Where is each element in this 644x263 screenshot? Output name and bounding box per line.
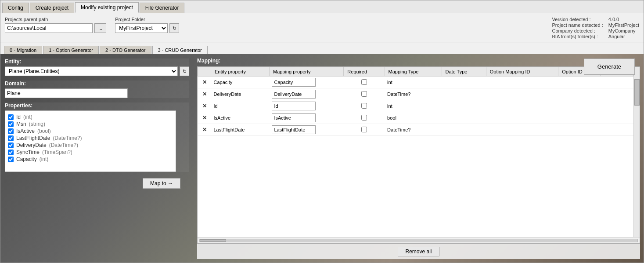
option-mapping-id-cell-4 bbox=[486, 124, 558, 136]
prop-name-0: Id bbox=[16, 114, 21, 120]
tab-config[interactable]: Config bbox=[2, 3, 29, 13]
table-row: ✕ Id int bbox=[198, 100, 633, 112]
mapping-property-cell-1 bbox=[269, 88, 343, 100]
property-item-1: Msn (string) bbox=[8, 121, 173, 128]
delete-cell-0: ✕ bbox=[198, 77, 211, 88]
mapping-property-input-4[interactable] bbox=[272, 125, 316, 134]
prop-checkbox-3[interactable] bbox=[8, 135, 14, 141]
projects-parent-path-input[interactable] bbox=[5, 23, 93, 33]
entity-property-value-2: Id bbox=[214, 103, 218, 109]
required-cell-4 bbox=[344, 124, 385, 136]
projects-parent-path-row: ... bbox=[5, 23, 106, 33]
inner-tab-bar: 0 - Migration 1 - Option Generator 2 - D… bbox=[0, 43, 644, 54]
required-cell-3 bbox=[344, 112, 385, 124]
entity-dropdown[interactable]: Plane (Plane.Entities) bbox=[5, 66, 178, 76]
browse-button[interactable]: ... bbox=[94, 23, 106, 33]
refresh-button[interactable]: ↻ bbox=[169, 23, 179, 33]
domain-input[interactable] bbox=[5, 88, 128, 98]
mapping-type-cell-1: DateTime? bbox=[385, 88, 442, 100]
delete-cell-4: ✕ bbox=[198, 124, 211, 136]
delete-button-2[interactable]: ✕ bbox=[201, 103, 209, 109]
inner-tab-migration[interactable]: 0 - Migration bbox=[4, 46, 42, 54]
table-area: Entity property Mapping property Require… bbox=[198, 67, 640, 237]
property-item-6: Capacity (int) bbox=[8, 156, 173, 163]
mapping-property-cell-0 bbox=[269, 77, 343, 88]
properties-label: Properties: bbox=[5, 102, 189, 109]
entity-row: Plane (Plane.Entities) ↻ bbox=[5, 66, 189, 76]
generate-button[interactable]: Generate bbox=[584, 58, 635, 75]
delete-cell-2: ✕ bbox=[198, 100, 211, 112]
inner-tab-option-gen[interactable]: 1 - Option Generator bbox=[43, 46, 99, 54]
prop-checkbox-4[interactable] bbox=[8, 142, 14, 148]
mapping-type-value-0: int bbox=[387, 80, 392, 85]
col-header-required: Required bbox=[344, 67, 385, 77]
date-type-cell-0 bbox=[442, 77, 486, 88]
prop-name-4: DeliveryDate bbox=[16, 142, 47, 148]
required-checkbox-4[interactable] bbox=[361, 127, 367, 132]
option-id-cell-3 bbox=[558, 112, 601, 124]
mapping-property-input-1[interactable] bbox=[272, 90, 316, 99]
date-type-cell-4 bbox=[442, 124, 486, 136]
prop-checkbox-5[interactable] bbox=[8, 150, 14, 155]
main-window: Config Create project Modify existing pr… bbox=[0, 0, 644, 263]
entity-refresh-button[interactable]: ↻ bbox=[180, 66, 189, 76]
table-row: ✕ IsActive bool bbox=[198, 112, 633, 124]
remove-all-button[interactable]: Remove all bbox=[398, 247, 439, 256]
mapping-type-cell-3: bool bbox=[385, 112, 442, 124]
option-cell-0 bbox=[601, 77, 633, 88]
prop-name-2: IsActive bbox=[16, 128, 35, 134]
map-btn-area: Map to → bbox=[5, 178, 189, 189]
mapping-property-cell-3 bbox=[269, 112, 343, 124]
tab-create-project[interactable]: Create project bbox=[30, 3, 74, 13]
tab-bar: Config Create project Modify existing pr… bbox=[0, 0, 644, 13]
delete-button-0[interactable]: ✕ bbox=[201, 79, 209, 85]
mapping-property-cell-4 bbox=[269, 124, 343, 136]
prop-checkbox-6[interactable] bbox=[8, 157, 14, 162]
scroll-thumb[interactable] bbox=[634, 79, 640, 106]
inner-tab-crud-gen[interactable]: 3 - CRUD Generator bbox=[152, 46, 208, 54]
entity-property-value-1: DeliveryDate bbox=[214, 91, 241, 97]
project-folder-group: Project Folder MyFirstProject ↻ bbox=[115, 17, 179, 33]
horizontal-scrollbar[interactable] bbox=[198, 237, 640, 243]
tab-modify-project[interactable]: Modify existing project bbox=[75, 2, 139, 13]
mapping-property-input-2[interactable] bbox=[272, 102, 316, 110]
option-mapping-id-cell-2 bbox=[486, 100, 558, 112]
required-checkbox-2[interactable] bbox=[361, 103, 367, 109]
domain-section: Domain: bbox=[5, 80, 189, 98]
mapping-property-input-0[interactable] bbox=[272, 78, 316, 87]
prop-type-2: (bool) bbox=[37, 128, 51, 134]
required-checkbox-3[interactable] bbox=[361, 115, 367, 121]
table-row: ✕ LastFlightDate DateTime? bbox=[198, 124, 633, 136]
projects-parent-path-label: Projects parent path bbox=[5, 17, 106, 22]
prop-type-3: (DateTime?) bbox=[53, 135, 82, 141]
property-item-4: DeliveryDate (DateTime?) bbox=[8, 142, 173, 149]
mapping-label: Mapping: bbox=[197, 58, 640, 64]
delete-button-1[interactable]: ✕ bbox=[201, 91, 209, 97]
inner-tab-dto-gen[interactable]: 2 - DTO Generator bbox=[100, 46, 151, 54]
mapping-property-input-3[interactable] bbox=[272, 113, 316, 122]
entity-property-cell-3: IsActive bbox=[211, 112, 270, 124]
vertical-scrollbar[interactable] bbox=[633, 67, 640, 237]
projects-parent-path-group: Projects parent path ... bbox=[5, 17, 106, 33]
prop-checkbox-0[interactable] bbox=[8, 114, 14, 120]
col-header-date-type: Date Type bbox=[442, 67, 486, 77]
required-checkbox-1[interactable] bbox=[361, 91, 367, 97]
property-item-3: LastFlightDate (DateTime?) bbox=[8, 135, 173, 142]
prop-checkbox-2[interactable] bbox=[8, 128, 14, 134]
tab-file-generator[interactable]: File Generator bbox=[140, 3, 185, 13]
project-folder-dropdown[interactable]: MyFirstProject bbox=[115, 23, 168, 33]
option-id-cell-4 bbox=[558, 124, 601, 136]
prop-checkbox-1[interactable] bbox=[8, 121, 14, 127]
mapping-type-value-1: DateTime? bbox=[387, 91, 410, 97]
prop-name-5: SyncTime bbox=[16, 149, 40, 155]
map-to-button[interactable]: Map to → bbox=[143, 178, 180, 189]
delete-button-3[interactable]: ✕ bbox=[201, 115, 209, 121]
date-type-cell-3 bbox=[442, 112, 486, 124]
required-cell-2 bbox=[344, 100, 385, 112]
project-folder-row: MyFirstProject ↻ bbox=[115, 23, 179, 33]
table-wrapper[interactable]: Entity property Mapping property Require… bbox=[198, 67, 633, 237]
required-checkbox-0[interactable] bbox=[361, 79, 367, 85]
option-mapping-id-cell-3 bbox=[486, 112, 558, 124]
option-mapping-id-cell-1 bbox=[486, 88, 558, 100]
delete-button-4[interactable]: ✕ bbox=[201, 127, 209, 133]
